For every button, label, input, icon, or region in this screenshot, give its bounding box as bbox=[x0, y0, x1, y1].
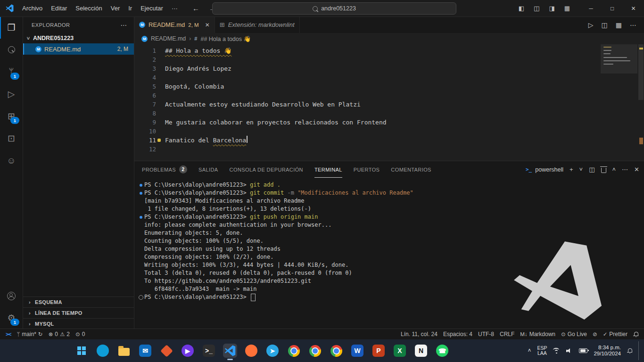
lightbulb-icon[interactable] bbox=[157, 139, 161, 142]
menu-more[interactable]: ··· bbox=[167, 3, 182, 14]
start-button[interactable] bbox=[74, 344, 89, 358]
clipchamp-icon[interactable]: ▶ bbox=[181, 344, 195, 358]
status-indentation[interactable]: Espacios: 4 bbox=[440, 329, 475, 339]
file-row-readme[interactable]: M README.md 2, M bbox=[23, 43, 134, 55]
breadcrumb-file[interactable]: README.md bbox=[151, 35, 186, 42]
vscode-icon[interactable] bbox=[223, 344, 237, 358]
chrome-profile-icon-1[interactable] bbox=[308, 344, 322, 358]
activitybar-settings[interactable]: ⚙1 bbox=[0, 307, 23, 329]
menu-archivo[interactable]: Archivo bbox=[18, 3, 47, 14]
split-terminal-button[interactable]: ◫ bbox=[589, 166, 594, 173]
close-button[interactable]: ✕ bbox=[623, 0, 644, 16]
kill-terminal-button[interactable] bbox=[601, 168, 606, 173]
tab-readme-md[interactable]: MREADME.md2, M✕ bbox=[134, 16, 215, 33]
back-arrow-icon[interactable]: ← bbox=[189, 4, 203, 12]
launch-profile-dropdown[interactable]: ˅ bbox=[579, 166, 583, 173]
notification-bell-icon[interactable] bbox=[627, 348, 632, 354]
panel-tab-problemas[interactable]: PROBLEMAS2 bbox=[142, 161, 187, 178]
menu-editar[interactable]: Editar bbox=[47, 3, 71, 14]
panel-tab-consola-de-depuracion[interactable]: CONSOLA DE DEPURACIÓN bbox=[230, 161, 303, 178]
menu-seleccion[interactable]: Selección bbox=[71, 3, 106, 14]
section-mysql[interactable]: ›MYSQL bbox=[23, 318, 134, 329]
terminal[interactable]: PS C:\Users\dalop\andre051223> git add .… bbox=[134, 178, 644, 329]
toggle-panel-icon[interactable]: ◫ bbox=[534, 5, 539, 12]
code-line-2[interactable]: 2 bbox=[134, 55, 644, 64]
show-desktop-button[interactable] bbox=[638, 341, 640, 360]
activitybar-source-control[interactable]: ᛘ1 bbox=[0, 61, 23, 83]
status-encoding[interactable]: UTF-8 bbox=[475, 329, 497, 339]
status-go-live[interactable]: ⊙Go Live bbox=[558, 329, 590, 339]
clock[interactable]: 8:34 p.m. 29/10/2024 bbox=[594, 345, 621, 357]
code-line-12[interactable]: 12 bbox=[134, 145, 644, 154]
code-line-9[interactable]: 9Me gustaria colaborar en proyectos rela… bbox=[134, 118, 644, 127]
status-language-mode[interactable]: M↓Markdown bbox=[517, 329, 558, 339]
menu-ver[interactable]: Ver bbox=[107, 3, 124, 14]
panel-tab-puertos[interactable]: PUERTOS bbox=[354, 161, 380, 178]
toggle-sidebar-icon[interactable]: ◧ bbox=[519, 5, 524, 12]
windows-terminal-icon[interactable]: >_ bbox=[202, 344, 216, 358]
code-line-10[interactable]: 10 bbox=[134, 127, 644, 136]
status-eol-sequence[interactable]: CRLF bbox=[497, 329, 517, 339]
split-editor-button[interactable]: ◫ bbox=[602, 21, 608, 29]
toggle-secondary-sidebar-icon[interactable]: ◨ bbox=[549, 5, 554, 12]
activitybar-account[interactable] bbox=[0, 285, 23, 307]
folder-row[interactable]: ˅ ANDRE051223 bbox=[23, 33, 134, 43]
tab-extension-markdownlint[interactable]: ⊞Extensión: markdownlint bbox=[215, 16, 300, 33]
panel-tab-terminal[interactable]: TERMINAL bbox=[314, 161, 342, 178]
language-indicator[interactable]: ESP LAA bbox=[537, 346, 547, 356]
battery-icon[interactable] bbox=[579, 348, 587, 353]
customize-layout-button[interactable]: ▦ bbox=[616, 21, 622, 29]
status-ports-forwarded[interactable]: ⊙0 bbox=[73, 329, 88, 339]
chrome-icon[interactable] bbox=[287, 344, 301, 358]
more-actions-button[interactable]: ⋯ bbox=[622, 166, 628, 173]
code-editor[interactable]: 1## Hola a todos 👋23Diego Andrés Lopez45… bbox=[134, 44, 644, 161]
command-center-search[interactable]: andre051223 bbox=[212, 2, 456, 15]
status-cursor-position[interactable]: Lín. 11, col. 24 bbox=[398, 329, 440, 339]
activitybar-remote-explorer[interactable]: ⊡ bbox=[0, 127, 23, 149]
activitybar-run-debug[interactable]: ▷ bbox=[0, 83, 23, 105]
code-line-4[interactable]: 4 bbox=[134, 73, 644, 82]
sidebar-more-actions-icon[interactable]: ⋯ bbox=[121, 21, 128, 29]
photos-icon[interactable] bbox=[159, 344, 173, 358]
activitybar-search[interactable] bbox=[0, 39, 23, 61]
close-icon[interactable]: ✕ bbox=[205, 22, 210, 28]
file-explorer-icon[interactable] bbox=[117, 344, 131, 358]
new-terminal-button[interactable]: + bbox=[570, 166, 573, 173]
tray-overflow-chevron-icon[interactable]: ˄ bbox=[528, 347, 531, 354]
status-prettier[interactable]: ✓Prettier bbox=[600, 329, 630, 339]
edge-icon[interactable] bbox=[96, 344, 110, 358]
code-line-11[interactable]: 11Fanatico del Barcelona bbox=[134, 136, 644, 145]
chrome-profile-icon-2[interactable] bbox=[329, 344, 343, 358]
code-line-8[interactable]: 8 bbox=[134, 109, 644, 118]
menu-ejecutar[interactable]: Ejecutar bbox=[136, 3, 167, 14]
volume-icon[interactable] bbox=[566, 348, 573, 354]
status-problems[interactable]: ⊗0⚠2 bbox=[46, 329, 73, 339]
excel-icon[interactable]: X bbox=[393, 344, 407, 358]
activitybar-extensions[interactable]: ⊞1 bbox=[0, 105, 23, 127]
run-button[interactable]: ▷ bbox=[588, 21, 594, 29]
wifi-icon[interactable] bbox=[553, 348, 560, 354]
close-panel-button[interactable]: ✕ bbox=[634, 166, 639, 173]
activitybar-explorer[interactable]: ❐ bbox=[0, 16, 23, 39]
status-remote-indicator[interactable]: >< bbox=[3, 329, 14, 339]
maximize-panel-button[interactable]: ˄ bbox=[612, 166, 616, 173]
breadcrumb-symbol[interactable]: ## Hola a todos 👋 bbox=[200, 35, 251, 42]
menu-ir[interactable]: Ir bbox=[124, 3, 136, 14]
notion-icon[interactable]: N bbox=[414, 344, 428, 358]
code-line-1[interactable]: 1## Hola a todos 👋 bbox=[134, 46, 644, 55]
status-circle-slash-indicator[interactable]: ⊘ bbox=[590, 329, 600, 339]
status-notifications[interactable] bbox=[630, 329, 641, 339]
code-line-7[interactable]: 7Actualmente estoy estudiando Desarrollo… bbox=[134, 100, 644, 109]
code-line-3[interactable]: 3Diego Andrés Lopez bbox=[134, 64, 644, 73]
section-linea-de-tiempo[interactable]: ›LÍNEA DE TIEMPO bbox=[23, 307, 134, 318]
section-esquema[interactable]: ›ESQUEMA bbox=[23, 296, 134, 307]
whatsapp-icon[interactable]: ☎ bbox=[435, 344, 449, 358]
maximize-button[interactable]: □ bbox=[602, 0, 623, 16]
code-line-5[interactable]: 5Bogotá, Colombia bbox=[134, 82, 644, 91]
powerpoint-icon[interactable]: P bbox=[372, 344, 386, 358]
panel-tab-comentarios[interactable]: COMENTARIOS bbox=[391, 161, 431, 178]
minimize-button[interactable]: ─ bbox=[580, 0, 602, 16]
more-actions-button[interactable]: ⋯ bbox=[630, 21, 636, 29]
outlook-icon[interactable]: ✉ bbox=[138, 344, 152, 358]
activitybar-feedback[interactable]: ☺ bbox=[0, 149, 23, 172]
